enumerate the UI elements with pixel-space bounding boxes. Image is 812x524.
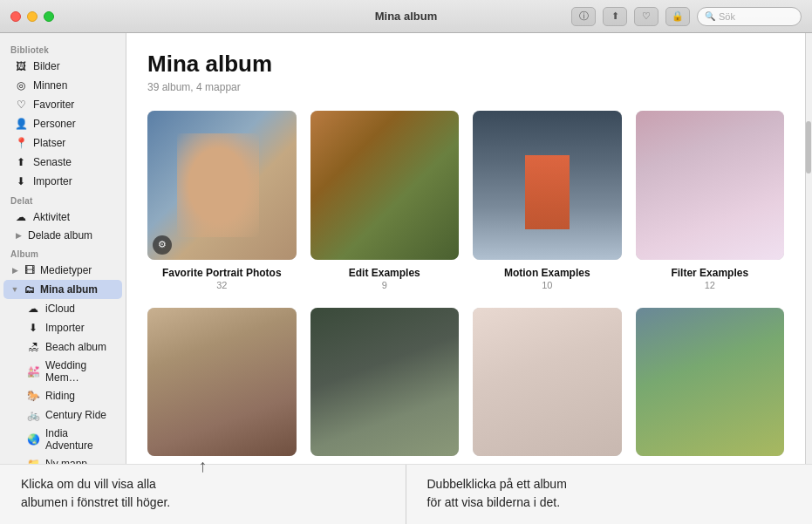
album-card-portugal[interactable]: Portugal 71: [147, 308, 297, 465]
sidebar-icloud-label: iCloud: [45, 303, 115, 315]
album-count-4: 12: [705, 280, 715, 290]
sidebar-item-aktivitet[interactable]: ☁ Aktivitet: [3, 208, 122, 227]
thumb-image-7: [473, 308, 622, 457]
scroll-thumb[interactable]: [806, 121, 811, 174]
sidebar-item-senaste[interactable]: ⬆ Senaste: [3, 153, 122, 172]
sidebar-sub-importer2[interactable]: ⬇ Importer: [3, 318, 122, 337]
album-section-header: Album: [0, 244, 126, 261]
annotation-left-text: Klicka om du vill visa allaalbumen i fön…: [21, 475, 385, 512]
sidebar-mina-album-label: Mina album: [40, 283, 115, 296]
sidebar-item-personer[interactable]: 👤 Personer: [3, 114, 122, 133]
album-count-3: 10: [542, 280, 552, 290]
content-area: Mina album 39 album, 4 mappar ⚙ Favorite…: [126, 33, 805, 464]
photos-icon: 🖼: [14, 59, 28, 73]
album-card-filter-examples[interactable]: Filter Examples 12: [636, 111, 785, 290]
search-placeholder: Sök: [719, 11, 735, 22]
album-name-3: Motion Examples: [504, 267, 590, 279]
wedding-icon: 💒: [26, 364, 40, 378]
share-button[interactable]: ⬆: [603, 7, 627, 26]
media-types-icon: 🎞: [23, 263, 37, 277]
recent-icon: ⬆: [14, 155, 28, 169]
sidebar-ny-mapp-label: Ny mapp: [45, 458, 115, 464]
titlebar: Mina album ⓘ ⬆ ♡ 🔒 🔍 Sök: [0, 0, 812, 33]
chevron-down-icon: ▼: [10, 285, 19, 294]
album-card-raven-hoa[interactable]: Raven HOA 4: [473, 308, 622, 465]
annotation-left: ↑ Klicka om du vill visa allaalbumen i f…: [0, 465, 406, 524]
folder-icon: 📁: [26, 457, 40, 464]
sidebar-sub-icloud[interactable]: ☁ iCloud: [3, 299, 122, 318]
thumb-image-4: [636, 111, 785, 260]
thumb-image-5: [147, 308, 297, 457]
sidebar-delade-label: Delade album: [28, 229, 115, 242]
sidebar-senaste-label: Senaste: [33, 156, 115, 168]
sidebar-sub-india[interactable]: 🌏 India Adventure: [3, 425, 122, 454]
chevron-right-icon: ▶: [14, 231, 23, 240]
info-button[interactable]: ⓘ: [571, 7, 596, 26]
album-grid: ⚙ Favorite Portrait Photos 32 Edit Examp…: [147, 111, 784, 464]
album-thumb-morocco: [310, 308, 460, 457]
annotation-right: Dubbelklicka på ett albumför att visa bi…: [406, 465, 813, 524]
sidebar-sub-ny-mapp[interactable]: 📁 Ny mapp: [3, 454, 122, 464]
sidebar-century-label: Century Ride: [45, 409, 115, 421]
chevron-right-icon-2: ▶: [10, 266, 19, 275]
sidebar-sub-riding[interactable]: 🐎 Riding: [3, 386, 122, 405]
album-count-2: 9: [382, 280, 387, 290]
import-icon: ⬇: [14, 174, 28, 188]
thumb-image-2: [310, 111, 460, 260]
sidebar-item-importer[interactable]: ⬇ Importer: [3, 172, 122, 191]
riding-icon: 🐎: [26, 389, 40, 403]
album-name-2: Edit Examples: [349, 267, 420, 279]
sidebar-item-platser[interactable]: 📍 Platser: [3, 133, 122, 153]
minimize-button[interactable]: [27, 11, 38, 22]
album-card-edit-examples[interactable]: Edit Examples 9: [310, 111, 460, 290]
annotation-bar: ↑ Klicka om du vill visa allaalbumen i f…: [0, 464, 812, 524]
album-card-favorite-portrait[interactable]: ⚙ Favorite Portrait Photos 32: [147, 111, 297, 290]
sidebar-item-mina-album[interactable]: ▼ 🗂 Mina album: [3, 280, 122, 299]
sidebar: Bibliotek 🖼 Bilder ◎ Minnen ♡ Favoriter …: [0, 33, 126, 464]
album-thumb-raven-hoa: [473, 308, 622, 457]
album-card-morocco[interactable]: Morocco 32: [310, 308, 460, 465]
sidebar-bilder-label: Bilder: [33, 60, 115, 72]
sidebar-item-minnen[interactable]: ◎ Minnen: [3, 76, 122, 95]
sidebar-item-bilder[interactable]: 🖼 Bilder: [3, 57, 122, 76]
search-box[interactable]: 🔍 Sök: [697, 7, 802, 26]
titlebar-controls: ⓘ ⬆ ♡ 🔒 🔍 Sök: [571, 7, 802, 26]
shared-section-header: Delat: [0, 191, 126, 208]
album-thumb-four-legged: [636, 308, 785, 457]
scrollbar[interactable]: [805, 33, 812, 464]
album-name-1: Favorite Portrait Photos: [162, 267, 282, 279]
sidebar-importer2-label: Importer: [45, 322, 115, 334]
sidebar-favoriter-label: Favoriter: [33, 99, 115, 111]
sidebar-aktivitet-label: Aktivitet: [33, 211, 115, 223]
arrow-up-icon: ↑: [198, 456, 207, 476]
album-count-1: 32: [216, 280, 227, 290]
sidebar-sub-century[interactable]: 🚲 Century Ride: [3, 405, 122, 425]
century-icon: 🚲: [26, 408, 40, 422]
maximize-button[interactable]: [44, 11, 54, 22]
album-thumb-filter-examples: [636, 111, 785, 260]
thumb-image-8: [636, 308, 785, 457]
places-icon: 📍: [14, 136, 28, 150]
sidebar-personer-label: Personer: [33, 118, 115, 130]
sidebar-wedding-label: Wedding Mem…: [45, 359, 115, 384]
search-icon: 🔍: [705, 11, 715, 21]
activity-icon: ☁: [14, 210, 28, 224]
sidebar-india-label: India Adventure: [45, 427, 115, 452]
album-card-motion-examples[interactable]: Motion Examples 10: [473, 111, 622, 290]
sidebar-beach-label: Beach album: [45, 341, 115, 353]
album-card-four-legged[interactable]: Four-legged Friends 38: [636, 308, 785, 465]
heart-button[interactable]: ♡: [634, 7, 658, 26]
sidebar-item-delade-album[interactable]: ▶ Delade album: [3, 227, 122, 244]
close-button[interactable]: [10, 11, 21, 22]
sidebar-item-favoriter[interactable]: ♡ Favoriter: [3, 95, 122, 114]
sidebar-sub-beach-album[interactable]: 🏖 Beach album: [3, 337, 122, 357]
people-icon: 👤: [14, 117, 28, 131]
annotation-right-text: Dubbelklicka på ett albumför att visa bi…: [427, 475, 792, 512]
album-thumb-favorite-portrait: ⚙: [147, 111, 297, 260]
sidebar-item-medietyper[interactable]: ▶ 🎞 Medietyper: [3, 261, 122, 280]
lock-button[interactable]: 🔒: [665, 7, 690, 26]
sidebar-sub-wedding[interactable]: 💒 Wedding Mem…: [3, 357, 122, 386]
sidebar-importer-label: Importer: [33, 175, 115, 187]
main-layout: Bibliotek 🖼 Bilder ◎ Minnen ♡ Favoriter …: [0, 33, 812, 464]
gear-icon: ⚙: [153, 235, 172, 255]
